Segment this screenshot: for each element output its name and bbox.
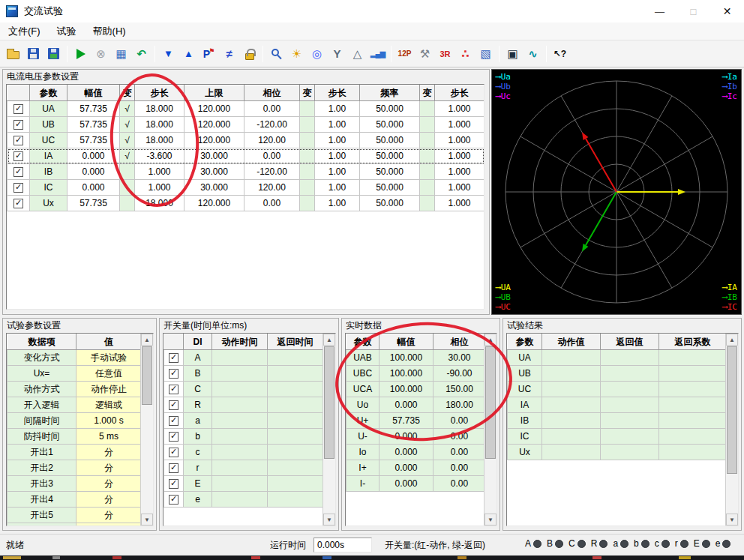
scrollbar-thumb[interactable]	[485, 346, 496, 459]
phase-cell[interactable]: 0.00	[244, 101, 300, 117]
save-button[interactable]	[23, 44, 44, 64]
vary-flag-cell[interactable]	[120, 196, 135, 211]
phase-step-cell[interactable]: 1.00	[315, 148, 360, 164]
value-cell[interactable]: 逻辑或	[76, 397, 142, 413]
phase-flag-button[interactable]: P⚑	[199, 44, 219, 64]
value-cell[interactable]: 分	[76, 460, 142, 476]
menu-help[interactable]: 帮助(H)	[85, 22, 134, 40]
amplitude-step-cell[interactable]: -3.600	[135, 148, 184, 164]
value-cell[interactable]: 分	[76, 508, 142, 523]
value-cell[interactable]: 分	[76, 492, 142, 508]
frequency-cell[interactable]: 50.000	[360, 133, 420, 148]
freq-step-cell[interactable]: 1.000	[435, 180, 484, 196]
amplitude-cell[interactable]: 57.735	[68, 117, 120, 133]
phase-cell[interactable]: 120.00	[244, 180, 300, 196]
upper-limit-cell[interactable]: 30.000	[184, 164, 244, 180]
row-checkbox-cell[interactable]	[8, 196, 30, 211]
vary-flag-cell[interactable]	[120, 164, 135, 180]
stop-test-button[interactable]: ⊗	[91, 44, 111, 64]
menu-test[interactable]: 试验	[49, 22, 85, 40]
freq-vary-flag-cell[interactable]	[420, 101, 435, 117]
delta-connection-button[interactable]: △	[347, 44, 368, 64]
scroll-down-icon[interactable]: ▼	[484, 514, 496, 526]
frequency-cell[interactable]: 50.000	[360, 196, 420, 211]
amplitude-cell[interactable]: 0.000	[68, 148, 120, 164]
scroll-up-icon[interactable]: ▲	[726, 334, 738, 346]
twelve-phase-button[interactable]: 12P	[394, 44, 415, 64]
freq-step-cell[interactable]: 1.000	[435, 101, 484, 117]
vary-flag-cell[interactable]	[120, 180, 135, 196]
scroll-down-icon[interactable]: ▼	[323, 514, 335, 526]
freq-step-cell[interactable]: 1.000	[435, 164, 484, 180]
phase-vary-flag-cell[interactable]	[300, 133, 315, 148]
row-checkbox-cell[interactable]	[8, 101, 30, 117]
vary-flag-cell[interactable]: √	[120, 101, 135, 117]
phase-cell[interactable]: -120.00	[244, 117, 300, 133]
vary-flag-cell[interactable]: √	[120, 117, 135, 133]
row-checkbox-cell[interactable]	[164, 445, 184, 460]
step-down-button[interactable]: ▼	[158, 44, 178, 64]
scrollbar-thumb[interactable]	[324, 346, 334, 459]
value-cell[interactable]: 分	[76, 476, 142, 492]
scroll-up-icon[interactable]: ▲	[323, 334, 335, 346]
phase-vary-flag-cell[interactable]	[300, 148, 315, 164]
waveform-button[interactable]: ∿	[523, 44, 543, 64]
row-checkbox-cell[interactable]	[8, 117, 30, 133]
value-cell[interactable]: 分	[76, 523, 142, 527]
upper-limit-cell[interactable]: 120.000	[184, 196, 244, 211]
wye-connection-button[interactable]: Y	[327, 44, 347, 64]
amplitude-cell[interactable]: 57.735	[68, 133, 120, 148]
amplitude-step-cell[interactable]: 1.000	[135, 164, 184, 180]
amplitude-cell[interactable]: 57.735	[68, 101, 120, 117]
upper-limit-cell[interactable]: 120.000	[184, 117, 244, 133]
row-checkbox-cell[interactable]	[8, 148, 30, 164]
close-button[interactable]: ✕	[710, 0, 744, 22]
tool-button[interactable]: ⚒	[415, 44, 435, 64]
phase-vary-flag-cell[interactable]	[300, 117, 315, 133]
freq-step-cell[interactable]: 1.000	[435, 117, 484, 133]
phase-step-cell[interactable]: 1.00	[315, 101, 360, 117]
row-checkbox-cell[interactable]	[8, 164, 30, 180]
value-cell[interactable]: 分	[76, 445, 142, 460]
upper-limit-cell[interactable]: 120.000	[184, 133, 244, 148]
upper-limit-cell[interactable]: 30.000	[184, 180, 244, 196]
open-file-button[interactable]	[3, 44, 23, 64]
upper-limit-cell[interactable]: 30.000	[184, 148, 244, 164]
row-checkbox-cell[interactable]	[164, 366, 184, 382]
amplitude-cell[interactable]: 57.735	[68, 196, 120, 211]
amplitude-step-cell[interactable]: 18.000	[135, 117, 184, 133]
amplitude-step-cell[interactable]: 18.000	[135, 196, 184, 211]
phase-cell[interactable]: 120.00	[244, 133, 300, 148]
phase-vary-flag-cell[interactable]	[300, 196, 315, 211]
value-cell[interactable]: 动作停止	[76, 382, 142, 397]
row-checkbox-cell[interactable]	[164, 350, 184, 366]
start-test-button[interactable]	[70, 44, 91, 64]
step-up-button[interactable]: ▲	[178, 44, 199, 64]
row-checkbox-cell[interactable]	[164, 460, 184, 476]
maximize-button[interactable]: □	[676, 0, 710, 22]
picture-button[interactable]: ▦	[111, 44, 131, 64]
freq-step-cell[interactable]: 1.000	[435, 133, 484, 148]
scrollbar-thumb[interactable]	[727, 346, 737, 474]
bar-graph-button[interactable]: ▂▄▆	[368, 44, 388, 64]
undo-button[interactable]: ↶	[131, 44, 152, 64]
frequency-cell[interactable]: 50.000	[360, 148, 420, 164]
row-checkbox-cell[interactable]	[8, 180, 30, 196]
three-phase-button[interactable]: 3R	[435, 44, 455, 64]
frequency-cell[interactable]: 50.000	[360, 164, 420, 180]
dots-button[interactable]: ∴	[455, 44, 476, 64]
value-cell[interactable]: 任意值	[76, 366, 142, 382]
brightness-button[interactable]: ☀	[286, 44, 307, 64]
menu-file[interactable]: 文件(F)	[0, 22, 49, 40]
freq-step-cell[interactable]: 1.000	[435, 196, 484, 211]
freq-vary-flag-cell[interactable]	[420, 133, 435, 148]
freq-vary-flag-cell[interactable]	[420, 196, 435, 211]
phase-cell[interactable]: 0.00	[244, 196, 300, 211]
row-checkbox-cell[interactable]	[164, 413, 184, 429]
phase-cell[interactable]: -120.00	[244, 164, 300, 180]
vary-flag-cell[interactable]: √	[120, 148, 135, 164]
phase-step-cell[interactable]: 1.00	[315, 180, 360, 196]
export-report-button[interactable]	[44, 44, 64, 64]
zoom-button[interactable]	[266, 44, 286, 64]
value-cell[interactable]: 手动试验	[76, 350, 142, 366]
